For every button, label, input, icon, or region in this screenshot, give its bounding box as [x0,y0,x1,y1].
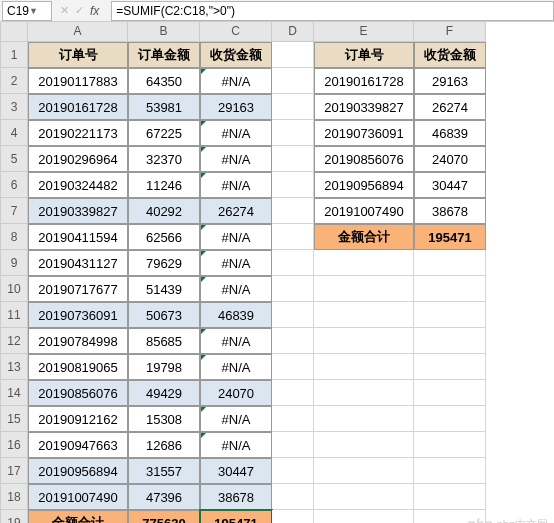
cell-empty[interactable] [272,380,314,406]
cell-receive[interactable]: #N/A [200,406,272,432]
name-box[interactable]: C19 ▼ [2,1,52,21]
row-header[interactable]: 14 [0,380,28,406]
cell-empty[interactable] [314,354,414,380]
col-header[interactable]: D [272,22,314,42]
cell-order[interactable]: 20190296964 [28,146,128,172]
formula-bar[interactable]: =SUMIF(C2:C18,">0") [111,1,554,21]
cell-empty[interactable] [272,94,314,120]
cell-receive-r[interactable]: 30447 [414,172,486,198]
cell-amount[interactable]: 15308 [128,406,200,432]
row-header[interactable]: 12 [0,328,28,354]
cell-order-r[interactable]: 20190339827 [314,94,414,120]
cell-order-r[interactable]: 20190956894 [314,172,414,198]
cell-order[interactable]: 20190956894 [28,458,128,484]
cell-receive-r[interactable]: 38678 [414,198,486,224]
cell-empty[interactable] [414,432,486,458]
row-header[interactable]: 13 [0,354,28,380]
cell-empty[interactable] [272,224,314,250]
row-header[interactable]: 10 [0,276,28,302]
cell-amount[interactable]: 49429 [128,380,200,406]
cell-receive[interactable]: #N/A [200,120,272,146]
cell-empty[interactable] [272,302,314,328]
cell-receive-r[interactable]: 26274 [414,94,486,120]
cell-empty[interactable] [414,250,486,276]
cell-order[interactable]: 20190819065 [28,354,128,380]
cell-empty[interactable] [272,42,314,68]
cell-order[interactable]: 20190717677 [28,276,128,302]
col-header[interactable]: F [414,22,486,42]
col-header[interactable]: B [128,22,200,42]
cell-empty[interactable] [414,380,486,406]
cell-order-r[interactable]: 20190856076 [314,146,414,172]
fx-icon[interactable]: fx [90,4,99,18]
cell-empty[interactable] [314,250,414,276]
cell-amount[interactable]: 62566 [128,224,200,250]
cell-order[interactable]: 20190736091 [28,302,128,328]
cell-amount[interactable]: 79629 [128,250,200,276]
cell-amount[interactable]: 40292 [128,198,200,224]
row-header[interactable]: 4 [0,120,28,146]
cell-order[interactable]: 20190431127 [28,250,128,276]
cell-empty[interactable] [314,406,414,432]
cell-amount[interactable]: 67225 [128,120,200,146]
cell-empty[interactable] [272,406,314,432]
cell-amount[interactable]: 32370 [128,146,200,172]
cell-empty[interactable] [272,276,314,302]
cell-empty[interactable] [314,458,414,484]
cell-empty[interactable] [272,484,314,510]
row-header[interactable]: 18 [0,484,28,510]
cell-receive[interactable]: #N/A [200,276,272,302]
cell-order-r[interactable]: 20190736091 [314,120,414,146]
row-header[interactable]: 19 [0,510,28,523]
cell-empty[interactable] [314,276,414,302]
row-header[interactable]: 16 [0,432,28,458]
cell-empty[interactable] [314,302,414,328]
cell-order[interactable]: 20190856076 [28,380,128,406]
cell-receive[interactable]: #N/A [200,432,272,458]
cell-empty[interactable] [272,328,314,354]
row-header[interactable]: 5 [0,146,28,172]
cell-empty[interactable] [272,198,314,224]
cell-amount[interactable]: 51439 [128,276,200,302]
cell-order[interactable]: 20190411594 [28,224,128,250]
cell-empty[interactable] [414,302,486,328]
cell-receive[interactable]: 24070 [200,380,272,406]
row-header[interactable]: 17 [0,458,28,484]
col-header[interactable]: A [28,22,128,42]
row-header[interactable]: 1 [0,42,28,68]
cell-empty[interactable] [272,120,314,146]
col-header[interactable]: E [314,22,414,42]
cell-empty[interactable] [272,510,314,523]
cell-empty[interactable] [414,406,486,432]
row-header[interactable]: 15 [0,406,28,432]
cell-empty[interactable] [272,172,314,198]
row-header[interactable]: 3 [0,94,28,120]
spreadsheet-grid[interactable]: ABCDEF1订单号订单金额收货金额订单号收货金额220190117883643… [0,22,554,523]
cell-order[interactable]: 20190912162 [28,406,128,432]
cell-empty[interactable] [314,328,414,354]
cell-order[interactable]: 20190339827 [28,198,128,224]
cell-empty[interactable] [414,458,486,484]
cell-receive-r[interactable]: 24070 [414,146,486,172]
cell-order[interactable]: 20191007490 [28,484,128,510]
cell-empty[interactable] [272,432,314,458]
cell-receive[interactable]: #N/A [200,224,272,250]
cancel-icon[interactable]: ✕ [60,4,69,17]
cell-order[interactable]: 20190221173 [28,120,128,146]
cell-empty[interactable] [314,484,414,510]
cell-empty[interactable] [414,354,486,380]
cell-empty[interactable] [314,510,414,523]
cell-order-r[interactable]: 20191007490 [314,198,414,224]
cell-order-r[interactable]: 20190161728 [314,68,414,94]
cell-empty[interactable] [414,510,486,523]
cell-receive[interactable]: 46839 [200,302,272,328]
cell-receive[interactable]: 29163 [200,94,272,120]
cell-empty[interactable] [272,68,314,94]
row-header[interactable]: 6 [0,172,28,198]
cell-empty[interactable] [414,484,486,510]
row-header[interactable]: 7 [0,198,28,224]
cell-amount[interactable]: 47396 [128,484,200,510]
cell-receive[interactable]: 30447 [200,458,272,484]
cell-empty[interactable] [272,250,314,276]
row-header[interactable]: 11 [0,302,28,328]
